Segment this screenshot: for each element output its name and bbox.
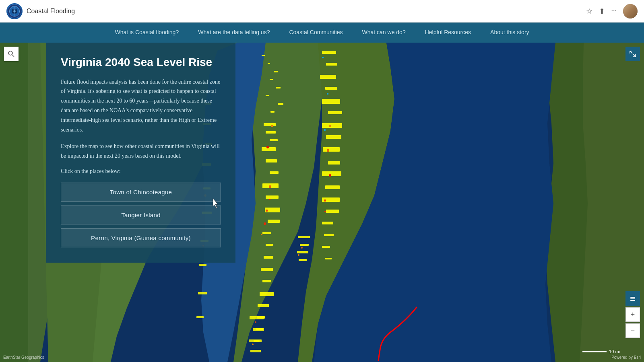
nav-item-about[interactable]: About this story <box>481 23 539 43</box>
svg-point-88 <box>255 321 256 323</box>
svg-point-38 <box>269 199 270 200</box>
svg-rect-51 <box>325 185 340 189</box>
svg-rect-47 <box>326 135 341 139</box>
svg-rect-54 <box>322 222 333 224</box>
map-search-button[interactable] <box>4 47 19 61</box>
nav-item-what-can-we-do[interactable]: What can we do? <box>353 23 415 43</box>
svg-rect-35 <box>266 210 268 212</box>
panel-cta: Click on the places below: <box>61 168 221 175</box>
svg-rect-49 <box>328 161 340 165</box>
chincoteague-button[interactable]: Town of Chincoteague <box>61 183 221 202</box>
svg-point-82 <box>301 247 303 249</box>
svg-rect-20 <box>266 195 279 199</box>
svg-rect-44 <box>322 99 340 104</box>
svg-point-3 <box>13 10 15 12</box>
svg-rect-56 <box>322 246 330 248</box>
panel-paragraph-2: Explore the map to see how other coastal… <box>61 142 221 161</box>
svg-rect-84 <box>250 316 264 319</box>
svg-point-62 <box>324 211 326 212</box>
svg-rect-11 <box>278 103 283 105</box>
svg-rect-86 <box>249 339 262 342</box>
svg-line-92 <box>630 51 632 53</box>
map-attribution: Powered by Esri <box>611 355 641 360</box>
svg-rect-50 <box>322 171 341 176</box>
noaa-logo <box>6 3 23 19</box>
svg-point-89 <box>252 343 254 345</box>
svg-rect-85 <box>253 328 264 331</box>
svg-rect-8 <box>270 79 273 80</box>
svg-rect-12 <box>270 111 275 113</box>
app-title: Coastal Flooding <box>27 8 75 15</box>
zoom-out-button[interactable]: − <box>625 323 640 338</box>
svg-rect-55 <box>324 234 334 236</box>
svg-rect-43 <box>325 87 337 90</box>
zoom-in-button[interactable]: + <box>625 307 640 322</box>
svg-rect-5 <box>262 55 265 56</box>
svg-rect-6 <box>268 63 270 64</box>
svg-rect-53 <box>326 210 339 213</box>
share-icon[interactable]: ⬆ <box>599 7 605 16</box>
avatar-image <box>623 4 638 19</box>
svg-rect-57 <box>325 258 332 259</box>
svg-rect-23 <box>262 232 271 234</box>
svg-rect-24 <box>266 244 273 246</box>
svg-rect-87 <box>250 350 261 352</box>
info-panel: Virginia 2040 Sea Level Rise Future floo… <box>46 43 235 263</box>
svg-rect-25 <box>264 256 273 259</box>
more-icon[interactable]: ··· <box>611 7 617 15</box>
map-attribution-left: EarthStar Geographics <box>3 355 44 360</box>
svg-rect-74 <box>198 292 207 294</box>
nav-item-data[interactable]: What are the data telling us? <box>188 23 279 43</box>
app-header: Coastal Flooding ☆ ⬆ ··· <box>0 0 644 23</box>
scale-bar: 10 mi <box>582 349 620 354</box>
svg-rect-73 <box>199 264 206 266</box>
svg-rect-34 <box>269 185 271 188</box>
svg-line-91 <box>12 55 14 57</box>
svg-point-90 <box>8 51 12 55</box>
svg-rect-79 <box>300 244 309 246</box>
map-expand-button[interactable] <box>625 47 640 61</box>
perrin-virginia-button[interactable]: Perrin, Virginia (Guinea community) <box>61 228 221 247</box>
map-container[interactable]: + − 10 mi Powered by Esri EarthStar Geog… <box>0 43 644 362</box>
bookmark-icon[interactable]: ☆ <box>586 7 592 16</box>
svg-rect-96 <box>630 300 635 301</box>
svg-rect-13 <box>264 123 276 126</box>
tangier-island-button[interactable]: Tangier Island <box>61 206 221 224</box>
svg-rect-41 <box>326 63 337 66</box>
header-actions: ☆ ⬆ ··· <box>586 4 638 19</box>
svg-point-37 <box>266 146 269 148</box>
nav-item-resources[interactable]: Helpful Resources <box>415 23 481 43</box>
scale-label: 10 mi <box>609 349 620 354</box>
svg-rect-94 <box>630 297 635 298</box>
svg-rect-14 <box>266 131 276 134</box>
panel-paragraph-1: Future flood impacts analysis has been d… <box>61 77 221 135</box>
svg-rect-10 <box>266 95 269 96</box>
header-left: Coastal Flooding <box>6 3 75 19</box>
svg-rect-46 <box>322 123 342 128</box>
nav-item-communities[interactable]: Coastal Communities <box>279 23 352 43</box>
user-avatar[interactable] <box>623 4 638 19</box>
svg-rect-9 <box>276 87 281 88</box>
svg-rect-59 <box>327 149 329 152</box>
svg-rect-45 <box>328 111 342 114</box>
panel-body: Future flood impacts analysis has been d… <box>61 77 221 161</box>
svg-rect-15 <box>270 139 278 141</box>
svg-rect-63 <box>322 57 324 58</box>
svg-rect-60 <box>324 200 326 202</box>
svg-rect-27 <box>262 280 271 282</box>
svg-rect-33 <box>271 125 273 127</box>
svg-rect-95 <box>630 298 635 299</box>
svg-rect-80 <box>297 251 308 253</box>
map-layers-button[interactable] <box>625 291 640 306</box>
svg-rect-65 <box>324 129 326 131</box>
svg-point-61 <box>329 174 331 177</box>
svg-rect-29 <box>258 304 269 307</box>
scale-line <box>582 351 607 352</box>
svg-point-39 <box>264 222 266 225</box>
svg-point-83 <box>298 254 299 256</box>
svg-rect-36 <box>261 234 262 235</box>
svg-rect-81 <box>299 259 307 261</box>
nav-item-what-is[interactable]: What is Coastal flooding? <box>105 23 188 43</box>
svg-rect-48 <box>323 147 340 152</box>
svg-rect-28 <box>260 292 274 296</box>
